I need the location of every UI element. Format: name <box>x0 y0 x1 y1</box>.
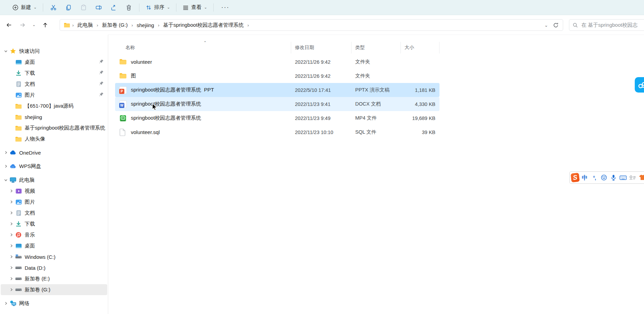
sidebar-item[interactable]: Data (D:) <box>1 262 107 273</box>
rename-button[interactable] <box>91 2 106 13</box>
file-row[interactable]: Pspringboot校园志愿者管理系统 PPT2022/5/10 17:41P… <box>115 83 439 97</box>
keyboard-icon[interactable] <box>619 173 627 182</box>
delete-button[interactable] <box>121 2 136 13</box>
more-options-button[interactable]: ··· <box>216 4 234 11</box>
search-input[interactable]: 在 基于springboot校园志 <box>569 19 644 31</box>
chevron-right-icon[interactable] <box>9 255 14 258</box>
pin-icon[interactable] <box>99 92 104 97</box>
toolbar-separator <box>139 3 139 12</box>
sidebar-item[interactable]: 新加卷 (E:) <box>1 273 107 284</box>
sidebar-item[interactable]: 桌面 <box>1 240 107 251</box>
file-name: volunteer.sql <box>131 129 160 135</box>
sidebar-item[interactable]: 文档 <box>1 78 107 89</box>
sidebar-item[interactable]: 人物头像 <box>1 133 107 144</box>
sidebar-item-label: 网络 <box>19 300 29 307</box>
sidebar-item[interactable]: 基于springboot校园志愿者管理系统 <box>1 122 107 133</box>
file-row[interactable]: springboot校园志愿者管理系统2022/11/23 9:49MP4 文件… <box>115 111 439 125</box>
pin-icon[interactable] <box>99 70 104 75</box>
sidebar-item[interactable]: 音乐 <box>1 229 107 240</box>
new-button-label: 新建 <box>21 4 31 11</box>
file-row[interactable]: volunteer2022/11/26 9:42文件夹 <box>115 55 439 69</box>
file-row[interactable]: 图2022/11/26 9:42文件夹 <box>115 69 439 83</box>
chevron-down-icon[interactable] <box>3 178 8 182</box>
chevron-right-icon[interactable] <box>3 165 8 168</box>
microphone-icon[interactable] <box>609 173 618 182</box>
column-size[interactable]: 大小 <box>405 45 414 51</box>
breadcrumb: ›此电脑›新加卷 (G:)›shejiing›基于springboot校园志愿者… <box>72 21 544 29</box>
chevron-right-icon[interactable] <box>9 266 14 269</box>
custom-phrase-icon[interactable] <box>629 173 637 182</box>
star-icon <box>10 48 16 55</box>
paste-button[interactable] <box>76 2 91 13</box>
forward-button[interactable] <box>16 19 29 31</box>
address-bar[interactable]: ›此电脑›新加卷 (G:)›shejiing›基于springboot校园志愿者… <box>60 19 563 31</box>
sidebar-item[interactable]: 此电脑 <box>1 174 107 185</box>
sidebar-item[interactable]: 【651-700】java源码 <box>1 100 107 111</box>
back-button[interactable] <box>2 19 16 31</box>
chevron-right-icon[interactable] <box>9 244 14 247</box>
sogou-logo[interactable]: S <box>571 173 579 182</box>
breadcrumb-item[interactable]: 此电脑 <box>75 21 95 29</box>
chevron-right-icon[interactable] <box>9 277 14 280</box>
address-dropdown-icon[interactable]: ⌄ <box>544 23 548 27</box>
sidebar-item[interactable]: 桌面 <box>1 57 107 68</box>
up-button[interactable] <box>38 19 52 31</box>
sidebar-item-label: shejiing <box>25 114 42 120</box>
breadcrumb-separator: › <box>131 23 134 28</box>
chevron-right-icon[interactable] <box>9 189 14 193</box>
sidebar-item[interactable]: 快速访问 <box>1 46 107 57</box>
copy-button[interactable] <box>61 2 76 13</box>
emoji-icon[interactable] <box>600 173 608 182</box>
file-row[interactable]: volunteer.sql2022/11/23 10:10SQL 文件39 KB <box>115 125 439 139</box>
sidebar-item[interactable]: 网络 <box>1 298 107 309</box>
sidebar-item[interactable]: 下载 <box>1 218 107 229</box>
docx-file-icon: W <box>119 100 127 108</box>
column-type[interactable]: 类型 <box>355 45 365 51</box>
chevron-right-icon[interactable] <box>9 211 14 215</box>
chevron-right-icon[interactable] <box>3 151 8 154</box>
recent-locations-button[interactable]: ⌄ <box>29 19 38 31</box>
view-button[interactable]: 查看 ⌄ <box>179 2 210 13</box>
sql-file-icon <box>119 129 127 136</box>
column-date[interactable]: 修改日期 <box>295 45 314 51</box>
share-button[interactable] <box>106 2 121 13</box>
file-type: DOCX 文档 <box>355 101 381 107</box>
chevron-right-icon[interactable] <box>9 233 14 237</box>
sidebar-item[interactable]: 下载 <box>1 68 107 78</box>
file-size: 19,689 KB <box>412 116 435 121</box>
view-lines-icon <box>183 4 189 11</box>
pin-icon[interactable] <box>99 81 104 86</box>
breadcrumb-item[interactable]: 新加卷 (G:) <box>100 21 130 29</box>
skin-icon[interactable] <box>638 173 644 182</box>
file-row[interactable]: Wspringboot校园志愿者管理系统2022/11/23 9:41DOCX … <box>115 97 439 111</box>
column-name[interactable]: 名称 <box>125 45 135 51</box>
sidebar-item[interactable]: shejiing <box>1 111 107 122</box>
chevron-down-icon[interactable] <box>3 49 8 53</box>
file-type: PPTX 演示文稿 <box>355 87 389 93</box>
file-list: ⌃ 名称 修改日期 类型 大小 volunteer2022/11/26 9:42… <box>115 40 439 139</box>
chevron-right-icon[interactable] <box>3 302 8 305</box>
chevron-right-icon[interactable] <box>9 222 14 226</box>
sidebar-item-label: 【651-700】java源码 <box>25 103 74 109</box>
chinese-mode-button[interactable]: 中 <box>581 173 589 182</box>
pin-icon[interactable] <box>99 59 104 64</box>
refresh-icon[interactable] <box>553 22 559 28</box>
sort-button[interactable]: 排序 ⌄ <box>142 2 173 13</box>
sidebar-item[interactable]: 图片 <box>1 89 107 100</box>
baidu-netdisk-icon[interactable] <box>635 77 644 93</box>
chevron-right-icon[interactable] <box>9 200 14 204</box>
sidebar-item[interactable]: 视频 <box>1 185 107 196</box>
sidebar-item[interactable]: 文档 <box>1 207 107 218</box>
chevron-right-icon[interactable] <box>9 288 14 291</box>
breadcrumb-item[interactable]: shejiing <box>134 21 157 29</box>
cut-button[interactable] <box>46 2 61 13</box>
folder-icon <box>119 72 127 80</box>
punctuation-button[interactable]: °, <box>590 173 598 182</box>
sidebar-item[interactable]: Windows (C:) <box>1 251 107 262</box>
sidebar-item[interactable]: WPS网盘 <box>1 161 107 172</box>
new-button[interactable]: 新建 ⌄ <box>9 2 40 13</box>
sidebar-item[interactable]: 新加卷 (G:) <box>1 284 107 295</box>
sidebar-item[interactable]: OneDrive <box>1 147 107 158</box>
breadcrumb-item[interactable]: 基于springboot校园志愿者管理系统 <box>161 21 246 29</box>
sidebar-item[interactable]: 图片 <box>1 196 107 207</box>
